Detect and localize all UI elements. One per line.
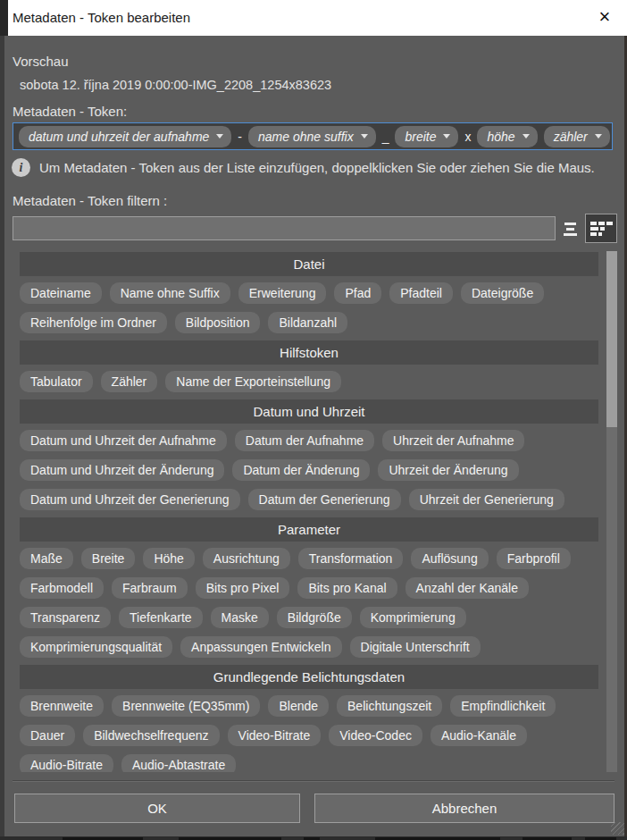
field-token[interactable]: breite [395,126,458,147]
token-pill[interactable]: Bildanzahl [268,312,347,333]
token-pill[interactable]: Audio-Bitrate [20,754,113,772]
field-separator: x [464,130,471,144]
token-pill[interactable]: Datum der Generierung [248,489,401,510]
token-pill[interactable]: Bits pro Kanal [297,577,397,599]
token-pill[interactable]: Datum der Änderung [232,459,370,481]
resize-grip[interactable] [611,822,625,835]
token-pill[interactable]: Bildwechselfrequenz [83,725,219,746]
info-icon: i [12,158,30,177]
grid-view-icon [590,222,613,236]
filter-input[interactable] [13,216,556,240]
token-editor-label: Metadaten - Token: [13,104,127,119]
chevron-down-icon[interactable] [361,134,368,139]
token-pill[interactable]: Blende [268,695,329,717]
token-pill[interactable]: Pfad [334,282,381,304]
category-tokens: Datum und Uhrzeit der AufnahmeDatum der … [20,430,606,510]
token-pill[interactable]: Erweiterung [238,282,327,304]
hint-text: Um Metadaten - Token aus der Liste einzu… [39,160,595,175]
cancel-button[interactable]: Abbrechen [314,794,614,823]
field-token[interactable]: höhe [477,126,537,147]
dialog-title: Metadaten - Token bearbeiten [13,0,190,36]
background-app-corner [0,0,8,36]
category-header: Hilfstoken [20,340,598,365]
list-view-button[interactable] [558,217,581,240]
background-app-edge [0,0,4,840]
grid-view-button[interactable] [585,214,617,243]
token-pill[interactable]: Bildposition [175,312,261,333]
token-pill[interactable]: Digitale Unterschrift [350,636,481,658]
dialog-body: Vorschau sobota 12. října 2019 0:00:00-I… [0,36,627,836]
token-pill[interactable]: Name ohne Suffix [110,282,230,304]
token-list: DateiDateinameName ohne SuffixErweiterun… [13,250,606,772]
list-view-icon [564,233,577,236]
field-separator: _ [382,130,389,144]
token-pill[interactable]: Komprimierung [360,607,466,628]
category-header: Grundlegende Belichtungsdaten [20,665,598,689]
token-pill[interactable]: Dateiname [20,282,102,304]
field-token-label: datum und uhrzeit der aufnahme [29,130,209,144]
chevron-down-icon[interactable] [443,134,450,139]
list-view-icon [566,228,574,231]
list-view-icon [564,223,576,225]
token-pill[interactable]: Maße [20,548,73,569]
token-pill[interactable]: Audio-Kanäle [431,725,527,746]
hint-row: i Um Metadaten - Token aus der Liste ein… [12,158,619,177]
token-pill[interactable]: Farbprofil [497,548,571,569]
field-token-label: name ohne suffix [258,130,354,144]
chevron-down-icon[interactable] [216,134,223,139]
field-token[interactable]: zähler [544,126,610,147]
scrollbar-thumb[interactable] [606,251,617,427]
token-pill[interactable]: Maske [211,607,269,628]
token-pill[interactable]: Dateigröße [461,282,544,304]
token-pill[interactable]: Bits pro Pixel [196,577,290,599]
token-pill[interactable]: Uhrzeit der Aufnahme [382,430,524,451]
field-token[interactable]: datum und uhrzeit der aufnahme [19,126,231,147]
token-pill[interactable]: Dauer [20,725,75,746]
token-editor-field[interactable]: datum und uhrzeit der aufnahme-name ohne… [13,122,613,150]
chevron-down-icon[interactable] [595,134,602,139]
token-list-scrollbar[interactable] [606,251,617,772]
category-header: Datei [20,252,598,276]
token-pill[interactable]: Datum der Aufnahme [235,430,374,451]
token-pill[interactable]: Uhrzeit der Generierung [409,489,564,510]
field-token[interactable]: name ohne suffix [248,126,376,147]
token-pill[interactable]: Zähler [101,371,158,392]
token-pill[interactable]: Tiefenkarte [119,607,203,628]
category-tokens: DateinameName ohne SuffixErweiterungPfad… [20,282,606,333]
token-pill[interactable]: Brennweite (EQ35mm) [112,695,260,717]
category-tokens: MaßeBreiteHöheAusrichtungTransformationA… [20,548,606,658]
close-icon[interactable]: × [589,0,620,36]
token-pill[interactable]: Pfadteil [389,282,453,304]
token-pill[interactable]: Bildgröße [277,607,352,628]
token-pill[interactable]: Höhe [143,548,194,569]
token-pill[interactable]: Brennweite [20,695,104,717]
token-pill[interactable]: Belichtungszeit [337,695,442,717]
dialog-titlebar: Metadaten - Token bearbeiten × [0,0,627,36]
token-pill[interactable]: Empfindlichkeit [450,695,556,717]
token-pill[interactable]: Name der Exporteinstellung [165,371,341,392]
background-app-strip [0,836,627,840]
token-pill[interactable]: Uhrzeit der Änderung [378,459,518,481]
token-pill[interactable]: Audio-Abtastrate [121,754,236,772]
token-pill[interactable]: Transparenz [20,607,111,628]
ok-button[interactable]: OK [14,794,300,823]
token-pill[interactable]: Farbraum [112,577,188,599]
token-pill[interactable]: Datum und Uhrzeit der Änderung [20,459,224,481]
token-pill[interactable]: Auflösung [411,548,488,569]
token-pill[interactable]: Datum und Uhrzeit der Aufnahme [20,430,227,451]
token-pill[interactable]: Farbmodell [20,577,104,599]
field-token-label: zähler [554,130,588,144]
field-token-label: höhe [487,130,514,144]
token-pill[interactable]: Video-Bitrate [228,725,322,746]
token-pill[interactable]: Reihenfolge im Ordner [20,312,167,333]
token-pill[interactable]: Datum und Uhrzeit der Generierung [20,489,240,510]
token-pill[interactable]: Anzahl der Kanäle [405,577,529,599]
token-pill[interactable]: Tabulator [20,371,93,392]
chevron-down-icon[interactable] [522,134,530,139]
token-pill[interactable]: Komprimierungsqualität [20,636,172,658]
token-pill[interactable]: Transformation [298,548,404,569]
token-pill[interactable]: Ausrichtung [203,548,290,569]
token-pill[interactable]: Anpassungen Entwickeln [180,636,341,658]
token-pill[interactable]: Breite [81,548,136,569]
token-pill[interactable]: Video-Codec [329,725,422,746]
